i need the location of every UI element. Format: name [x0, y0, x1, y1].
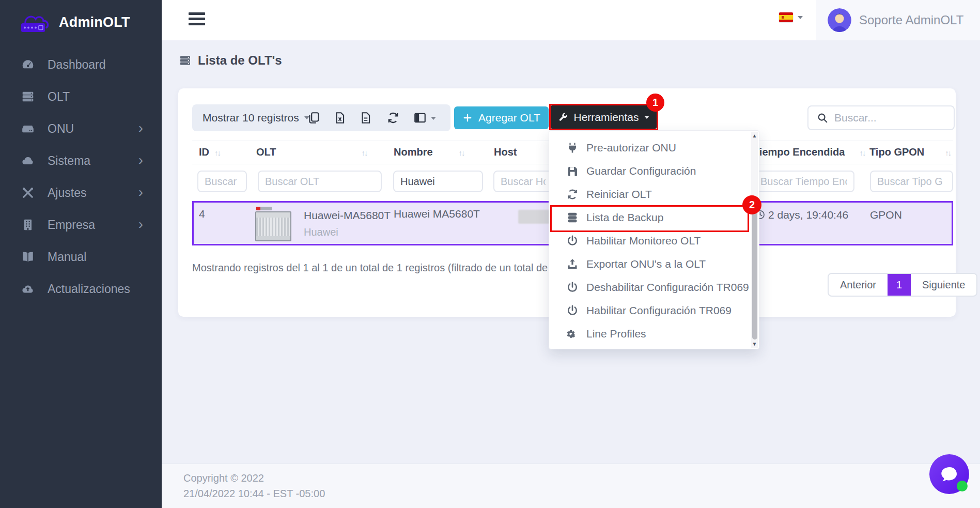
- sidebar-item-label: Empresa: [48, 218, 95, 232]
- brand-logo[interactable]: AdminOLT: [0, 0, 162, 34]
- sidebar-item-label: ONU: [48, 122, 74, 136]
- olt-device-image: [255, 207, 293, 242]
- sidebar-item-dashboard[interactable]: Dashboard: [0, 49, 162, 81]
- adminolt-app: AdminOLT Dashboard OLT ONU › Sistema ›: [0, 0, 980, 508]
- page-length-label: Mostrar 10 registros: [203, 112, 299, 124]
- menu-item-deshabilitar-configuracion-tr069[interactable]: Deshabilitar Configuración TR069: [549, 275, 759, 299]
- copyright-text: Copyright © 2022: [183, 472, 264, 484]
- menu-item-habilitar-monitoreo-olt[interactable]: Habilitar Monitoreo OLT: [549, 229, 759, 252]
- chevron-right-icon: ›: [138, 185, 143, 199]
- cell-tipo-gpon: GPON: [870, 209, 902, 221]
- sidebar-item-ajustes[interactable]: Ajustes ›: [0, 177, 162, 209]
- column-header-nombre[interactable]: Nombre↑↓: [394, 146, 464, 158]
- menu-item-reiniciar-olt[interactable]: Reiniciar OLT: [549, 182, 759, 206]
- caret-down-icon[interactable]: [431, 117, 436, 120]
- caret-down-icon: [798, 16, 803, 19]
- filter-tiempo-input[interactable]: [753, 171, 854, 192]
- table-toolbar: Mostrar 10 registros: [192, 104, 450, 131]
- excel-export-icon[interactable]: [333, 111, 347, 125]
- tools-icon: [20, 186, 36, 199]
- column-header-tipo-gpon[interactable]: Tipo GPON↑↓: [869, 146, 951, 158]
- power-icon: [566, 235, 579, 247]
- pagination-next-button[interactable]: Siguiente: [911, 274, 976, 296]
- sidebar: AdminOLT Dashboard OLT ONU › Sistema ›: [0, 0, 162, 508]
- language-selector[interactable]: [779, 12, 803, 22]
- column-header-tiempo-encendida[interactable]: Tiempo Encendida↑↓: [753, 146, 865, 158]
- filter-tipo-input[interactable]: [870, 171, 953, 192]
- pagination: Anterior 1 Siguiente: [828, 273, 977, 297]
- sidebar-item-label: Manual: [48, 250, 86, 264]
- file-export-icon[interactable]: [359, 111, 372, 125]
- pagination-prev-button[interactable]: Anterior: [829, 274, 888, 296]
- filter-id-input[interactable]: [197, 171, 247, 192]
- brand-name: AdminOLT: [59, 14, 130, 30]
- page-length-dropdown[interactable]: Mostrar 10 registros: [203, 104, 309, 131]
- building-icon: [20, 218, 36, 232]
- sidebar-item-empresa[interactable]: Empresa ›: [0, 209, 162, 241]
- sidebar-nav: Dashboard OLT ONU › Sistema › Ajustes ›: [0, 49, 162, 305]
- column-visibility-icon[interactable]: [413, 111, 427, 125]
- column-header-id[interactable]: ID↑↓: [199, 146, 220, 158]
- cell-id: 4: [199, 208, 205, 220]
- filter-olt-input[interactable]: [258, 171, 382, 192]
- menu-item-pre-autorizar-onu[interactable]: Pre-autorizar ONU: [549, 136, 759, 159]
- column-header-olt[interactable]: OLT↑↓: [256, 146, 367, 158]
- sidebar-item-olt[interactable]: OLT: [0, 81, 162, 113]
- sidebar-toggle-button[interactable]: [189, 12, 205, 28]
- sidebar-item-manual[interactable]: Manual: [0, 241, 162, 273]
- annotation-box-step1: Herramientas: [549, 104, 658, 130]
- caret-down-icon: [644, 116, 649, 119]
- herramientas-dropdown-menu: Pre-autorizar ONU Guardar Configuración …: [549, 130, 759, 349]
- topbar: Soporte AdminOLT: [162, 0, 980, 40]
- search-icon: [817, 112, 828, 124]
- sidebar-item-sistema[interactable]: Sistema ›: [0, 145, 162, 177]
- sidebar-item-onu[interactable]: ONU ›: [0, 113, 162, 145]
- cloud-upload-icon: [20, 282, 36, 296]
- sidebar-item-label: Actualizaciones: [48, 282, 130, 296]
- copy-icon[interactable]: [307, 111, 320, 125]
- herramientas-button[interactable]: Herramientas: [551, 105, 657, 129]
- menu-item-guardar-configuracion[interactable]: Guardar Configuración: [549, 159, 759, 182]
- annotation-box-step2: [550, 205, 749, 232]
- refresh-icon: [566, 188, 579, 201]
- refresh-icon[interactable]: [386, 111, 400, 125]
- menu-item-habilitar-configuracion-tr069[interactable]: Habilitar Configuración TR069: [549, 299, 759, 322]
- upload-icon: [566, 258, 579, 270]
- user-menu[interactable]: Soporte AdminOLT: [816, 0, 980, 40]
- cell-nombre: Huawei MA5680T: [394, 208, 480, 220]
- plus-icon: [462, 113, 473, 123]
- scrollbar-thumb[interactable]: [752, 199, 757, 340]
- footer: Copyright © 2022 21/04/2022 10:44 - EST …: [162, 464, 980, 508]
- sort-icon: ↑↓: [459, 148, 464, 157]
- chevron-right-icon: ›: [138, 121, 143, 135]
- cell-olt-name: Huawei-MA5680T: [304, 209, 391, 222]
- scroll-down-icon[interactable]: ▼: [751, 341, 758, 347]
- herramientas-label: Herramientas: [573, 111, 639, 124]
- agregar-olt-button[interactable]: Agregar OLT: [454, 106, 549, 129]
- cloud-icon: [20, 154, 36, 167]
- chevron-right-icon: ›: [138, 153, 143, 167]
- menu-item-exportar-onus-a-la-olt[interactable]: Exportar ONU's a la OLT: [549, 252, 759, 275]
- sidebar-item-label: OLT: [48, 90, 70, 104]
- page-title-text: Lista de OLT's: [198, 53, 282, 68]
- dropdown-scrollbar[interactable]: ▲ ▼: [751, 132, 758, 348]
- search-input[interactable]: [834, 112, 938, 124]
- scroll-up-icon[interactable]: ▲: [751, 133, 758, 138]
- sidebar-item-actualizaciones[interactable]: Actualizaciones: [0, 273, 162, 305]
- power-icon: [566, 281, 579, 294]
- table-search: [807, 105, 955, 130]
- filter-nombre-input[interactable]: [393, 171, 483, 192]
- menu-item-line-profiles[interactable]: Line Profiles: [549, 322, 759, 345]
- hdd-icon: [20, 122, 36, 135]
- column-header-host[interactable]: Host: [494, 146, 517, 158]
- book-icon: [20, 250, 36, 264]
- sidebar-item-label: Ajustes: [48, 186, 86, 200]
- plug-icon: [566, 142, 579, 154]
- chevron-right-icon: ›: [138, 217, 143, 232]
- filter-host-input[interactable]: [493, 171, 553, 192]
- spain-flag-icon: [779, 12, 793, 22]
- page-title: Lista de OLT's: [178, 53, 282, 68]
- pagination-current-page[interactable]: 1: [888, 274, 911, 296]
- router-cloud-logo-icon: [19, 10, 52, 34]
- cell-olt-brand: Huawei: [304, 226, 338, 238]
